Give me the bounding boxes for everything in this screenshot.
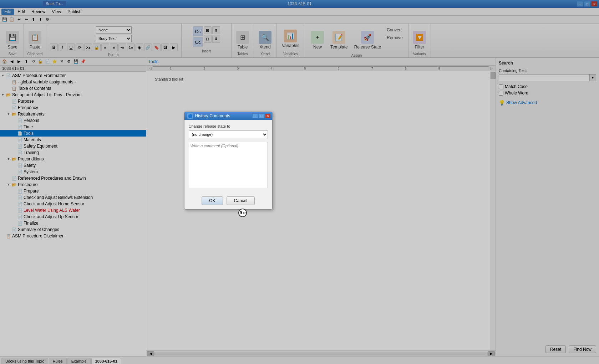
change-label: Change release state to bbox=[189, 124, 268, 128]
ok-button[interactable]: OK bbox=[202, 196, 223, 205]
modal-footer: OK Cancel bbox=[184, 194, 272, 209]
modal-overlay: 🔵 History Comments ─ □ ✕ Change release … bbox=[0, 0, 599, 364]
comment-textarea[interactable] bbox=[189, 142, 268, 188]
modal-icon: 🔵 bbox=[187, 113, 193, 119]
modal-controls: ─ □ ✕ bbox=[252, 113, 271, 118]
release-state-select[interactable]: (no change) Draft Review Approved Releas… bbox=[189, 130, 268, 138]
cancel-button[interactable]: Cancel bbox=[227, 196, 255, 205]
modal-minimize-button[interactable]: ─ bbox=[252, 113, 258, 118]
history-comments-dialog: 🔵 History Comments ─ □ ✕ Change release … bbox=[184, 112, 273, 210]
modal-close-button[interactable]: ✕ bbox=[265, 113, 271, 118]
modal-title: History Comments bbox=[195, 113, 230, 118]
modal-restore-button[interactable]: □ bbox=[259, 113, 264, 118]
modal-body: Change release state to (no change) Draf… bbox=[184, 120, 272, 194]
modal-titlebar: 🔵 History Comments ─ □ ✕ bbox=[184, 112, 272, 120]
